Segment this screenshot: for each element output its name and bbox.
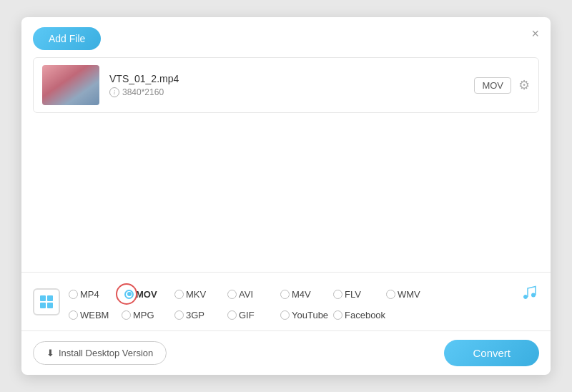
format-section: MP4 MOV MKV AVI: [21, 272, 551, 330]
empty-area: [21, 165, 551, 272]
radio-mp4[interactable]: [69, 290, 78, 299]
radio-facebook[interactable]: [333, 310, 342, 320]
format-option-m4v[interactable]: M4V: [280, 289, 330, 300]
convert-button[interactable]: Convert: [444, 340, 539, 366]
format-option-mp4[interactable]: MP4: [69, 289, 119, 300]
radio-3gp[interactable]: [174, 310, 184, 320]
title-bar: Add File ×: [21, 17, 551, 57]
format-option-mpg[interactable]: MPG: [122, 310, 172, 320]
format-label-webm: WEBM: [80, 310, 109, 320]
radio-avi[interactable]: [227, 290, 237, 299]
format-option-mkv[interactable]: MKV: [174, 289, 225, 300]
file-thumbnail: [42, 65, 99, 105]
radio-webm[interactable]: [69, 310, 78, 320]
file-info: VTS_01_2.mp4 i 3840*2160: [109, 73, 464, 97]
svg-rect-2: [40, 303, 46, 308]
svg-rect-3: [47, 303, 53, 308]
svg-point-4: [531, 293, 536, 298]
format-option-mov[interactable]: MOV: [122, 289, 172, 300]
format-option-webm[interactable]: WEBM: [69, 310, 119, 320]
radio-youtube[interactable]: [280, 310, 290, 320]
format-label-avi: AVI: [239, 289, 253, 300]
bottom-bar: ⬇ Install Desktop Version Convert: [21, 330, 551, 375]
formats-container: MP4 MOV MKV AVI: [69, 283, 539, 320]
radio-flv[interactable]: [333, 290, 342, 299]
format-label-mkv: MKV: [186, 289, 206, 300]
close-button[interactable]: ×: [531, 27, 539, 40]
radio-m4v[interactable]: [280, 290, 290, 299]
settings-icon[interactable]: ⚙: [518, 77, 530, 93]
format-label-gif: GIF: [239, 310, 255, 320]
formats-row-1: MP4 MOV MKV AVI: [69, 283, 539, 305]
format-label-mov: MOV: [136, 289, 157, 300]
format-label-facebook: Facebook: [345, 310, 385, 320]
music-icon: [521, 283, 539, 305]
format-grid-icon: [33, 288, 60, 315]
format-option-3gp[interactable]: 3GP: [174, 310, 225, 320]
svg-rect-1: [47, 295, 53, 301]
radio-wmv[interactable]: [386, 290, 395, 299]
radio-mkv[interactable]: [174, 290, 184, 299]
file-resolution: i 3840*2160: [109, 87, 464, 97]
format-label-flv: FLV: [345, 289, 361, 300]
format-option-wmv[interactable]: WMV: [386, 289, 436, 300]
file-list: VTS_01_2.mp4 i 3840*2160 MOV ⚙: [21, 57, 551, 165]
resolution-text: 3840*2160: [122, 87, 164, 97]
format-option-avi[interactable]: AVI: [227, 289, 277, 300]
add-file-button[interactable]: Add File: [33, 27, 101, 50]
radio-mpg[interactable]: [122, 310, 131, 320]
file-item: VTS_01_2.mp4 i 3840*2160 MOV ⚙: [33, 57, 539, 113]
radio-mov[interactable]: [124, 290, 134, 299]
formats-row-2: WEBM MPG 3GP GIF: [69, 310, 539, 320]
format-option-facebook[interactable]: Facebook: [333, 310, 385, 320]
format-label-mpg: MPG: [133, 310, 154, 320]
format-badge[interactable]: MOV: [474, 77, 511, 94]
install-desktop-button[interactable]: ⬇ Install Desktop Version: [33, 341, 167, 365]
format-label-youtube: YouTube: [292, 310, 328, 320]
format-option-flv[interactable]: FLV: [333, 289, 383, 300]
file-name: VTS_01_2.mp4: [109, 73, 464, 84]
main-dialog: Add File × VTS_01_2.mp4 i 3840*2160 MOV …: [21, 17, 551, 375]
grid-svg: [39, 294, 54, 310]
format-label-mp4: MP4: [80, 289, 99, 300]
svg-rect-0: [40, 295, 46, 301]
format-label-m4v: M4V: [292, 289, 311, 300]
info-icon: i: [109, 87, 119, 97]
format-option-youtube[interactable]: YouTube: [280, 310, 330, 320]
download-icon: ⬇: [46, 348, 54, 358]
format-option-gif[interactable]: GIF: [227, 310, 277, 320]
install-label: Install Desktop Version: [59, 348, 153, 358]
format-label-3gp: 3GP: [186, 310, 204, 320]
format-label-wmv: WMV: [398, 289, 420, 300]
radio-gif[interactable]: [227, 310, 237, 320]
file-actions: MOV ⚙: [474, 77, 530, 94]
